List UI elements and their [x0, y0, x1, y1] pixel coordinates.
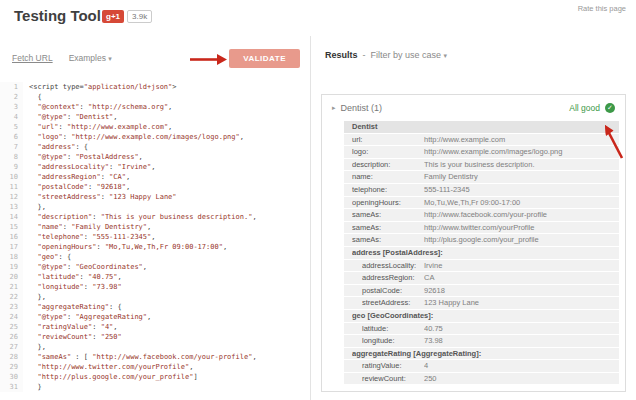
code-line[interactable]: 3 "@context": "http://schema.org",	[0, 102, 310, 112]
code-text: "@type": "AggregateRating",	[23, 312, 151, 322]
property-value: CA	[424, 272, 619, 284]
code-text: "sameAs" : [ "http://www.facebook.com/yo…	[23, 352, 257, 362]
code-editor[interactable]: 1<script type="application/ld+json">2 {3…	[0, 82, 310, 400]
code-line[interactable]: 26 "reviewCount": "250"	[0, 332, 310, 342]
plus-one-button[interactable]: g+1 3.9k	[102, 10, 152, 23]
table-row: url:http://www.example.com	[344, 134, 619, 146]
line-number: 4	[0, 112, 23, 122]
fetch-url-link[interactable]: Fetch URL	[12, 53, 53, 63]
line-number: 7	[0, 142, 23, 152]
code-line[interactable]: 31 }	[0, 382, 310, 392]
code-text: }	[23, 382, 42, 392]
code-line[interactable]: 7 "address": {	[0, 142, 310, 152]
code-line[interactable]: 22 },	[0, 292, 310, 302]
line-number: 11	[0, 182, 23, 192]
code-line[interactable]: 28 "sameAs" : [ "http://www.facebook.com…	[0, 352, 310, 362]
table-section-row: geo [GeoCoordinates]:	[344, 310, 619, 322]
code-text: "longitude": "73.98"	[23, 282, 122, 292]
filter-by-use-case-dropdown[interactable]: Filter by use case ▾	[371, 50, 448, 60]
chevron-down-icon: ▾	[108, 55, 112, 62]
property-value: http://www.example.com	[424, 134, 619, 146]
result-table: Dentist url:http://www.example.comlogo:h…	[344, 121, 619, 387]
line-number: 25	[0, 322, 23, 332]
code-line[interactable]: 16 "telephone": "555-111-2345",	[0, 232, 310, 242]
code-line[interactable]: 13 },	[0, 202, 310, 212]
property-value: http://www.example.com/images/logo.png	[424, 146, 619, 158]
line-number: 23	[0, 302, 23, 312]
code-text: "description": "This is your business de…	[23, 212, 257, 222]
table-row: name:Family Dentistry	[344, 171, 619, 183]
code-text: "@context": "http://schema.org",	[23, 102, 172, 112]
table-row: description:This is your business descri…	[344, 159, 619, 171]
property-name: telephone:	[352, 184, 424, 196]
table-row: addressLocality:Irvine	[344, 260, 619, 272]
result-group-header[interactable]: ▸ Dentist (1) All good ✓	[322, 95, 625, 121]
code-text: },	[23, 342, 46, 352]
code-line[interactable]: 11 "postalCode": "92618",	[0, 182, 310, 192]
plus-one-icon[interactable]: g+1	[102, 10, 124, 23]
code-line[interactable]: 8 "@type": "PostalAddress",	[0, 152, 310, 162]
table-header: Dentist	[344, 121, 619, 133]
code-line[interactable]: 17 "openingHours": "Mo,Tu,We,Th,Fr 09:00…	[0, 242, 310, 252]
code-line[interactable]: 18 "geo": {	[0, 252, 310, 262]
line-number: 2	[0, 92, 23, 102]
property-value: http://www.facebook.com/your-profile	[424, 209, 619, 221]
code-line[interactable]: 25 "ratingValue": "4",	[0, 322, 310, 332]
validate-button[interactable]: VALIDATE	[229, 49, 300, 68]
line-number: 9	[0, 162, 23, 172]
code-line[interactable]: 4 "@type": "Dentist",	[0, 112, 310, 122]
line-number: 15	[0, 222, 23, 232]
line-number: 19	[0, 262, 23, 272]
code-line[interactable]: 29 "http://www.twitter.com/yourProfile",	[0, 362, 310, 372]
code-line[interactable]: 10 "addressRegion": "CA",	[0, 172, 310, 182]
code-line[interactable]: 1<script type="application/ld+json">	[0, 82, 310, 92]
code-text: "openingHours": "Mo,Tu,We,Th,Fr 09:00-17…	[23, 242, 227, 252]
code-line[interactable]: 21 "longitude": "73.98"	[0, 282, 310, 292]
line-number: 27	[0, 342, 23, 352]
line-number: 28	[0, 352, 23, 362]
code-text: <script type="application/ld+json">	[23, 82, 177, 92]
code-line[interactable]: 27 },	[0, 342, 310, 352]
property-value: 555-111-2345	[424, 184, 619, 196]
code-line[interactable]: 12 "streetAddress": "123 Happy Lane"	[0, 192, 310, 202]
code-line[interactable]: 24 "@type": "AggregateRating",	[0, 312, 310, 322]
property-value: Family Dentistry	[424, 171, 619, 183]
code-line[interactable]: 2 {	[0, 92, 310, 102]
code-line[interactable]: 23 "aggregateRating": {	[0, 302, 310, 312]
code-text: "@type": "PostalAddress",	[23, 152, 143, 162]
table-row: sameAs:http://www.twitter.com/yourProfil…	[344, 222, 619, 234]
chevron-down-icon: ▾	[444, 52, 448, 59]
results-separator: -	[363, 50, 366, 60]
code-line[interactable]: 14 "description": "This is your business…	[0, 212, 310, 222]
code-text: "logo": "http://www.example.com/images/l…	[23, 132, 244, 142]
property-name: sameAs:	[352, 234, 424, 246]
examples-dropdown[interactable]: Examples ▾	[69, 53, 112, 63]
code-line[interactable]: 30 "http://plus.google.com/your_profile"…	[0, 372, 310, 382]
code-line[interactable]: 19 "@type": "GeoCoordinates",	[0, 262, 310, 272]
line-number: 8	[0, 152, 23, 162]
code-text: "geo": {	[23, 252, 71, 262]
code-line[interactable]: 6 "logo": "http://www.example.com/images…	[0, 132, 310, 142]
code-line[interactable]: 20 "latitude": "40.75",	[0, 272, 310, 282]
code-line[interactable]: 5 "url": "http://www.example.com",	[0, 122, 310, 132]
code-line[interactable]: 15 "name": "Family Dentistry",	[0, 222, 310, 232]
examples-label: Examples	[69, 53, 106, 63]
expand-triangle-icon[interactable]: ▸	[332, 104, 336, 112]
property-value: Irvine	[424, 260, 619, 272]
table-row: longitude:73.98	[344, 335, 619, 347]
line-number: 17	[0, 242, 23, 252]
table-row: latitude:40.75	[344, 323, 619, 335]
property-name: streetAddress:	[362, 297, 424, 309]
code-line[interactable]: 9 "addressLocality": "Irvine",	[0, 162, 310, 172]
line-number: 6	[0, 132, 23, 142]
property-name: openingHours:	[352, 197, 424, 209]
rate-this-page-link[interactable]: Rate this page	[578, 4, 626, 13]
code-text: "addressLocality": "Irvine",	[23, 162, 155, 172]
code-text: "streetAddress": "123 Happy Lane"	[23, 192, 177, 202]
property-name: geo [GeoCoordinates]:	[352, 310, 619, 322]
editor-toolbar: Fetch URL Examples ▾ VALIDATE	[12, 46, 300, 70]
table-row: ratingValue:4	[344, 360, 619, 372]
code-text: "url": "http://www.example.com",	[23, 122, 172, 132]
code-text: "http://www.twitter.com/yourProfile",	[23, 362, 193, 372]
property-value: 73.98	[424, 335, 619, 347]
